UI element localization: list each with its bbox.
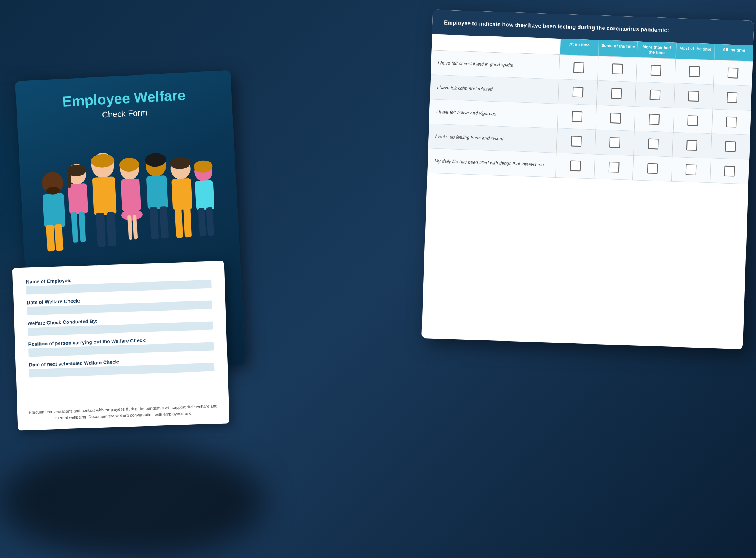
svg-rect-26 — [160, 206, 169, 239]
checkbox-2-4[interactable] — [726, 117, 737, 128]
answer-cell-2-4 — [712, 110, 751, 135]
checkbox-1-3[interactable] — [688, 91, 699, 102]
checkbox-3-3[interactable] — [686, 140, 697, 151]
answer-cell-2-0 — [558, 104, 597, 130]
svg-rect-25 — [150, 207, 159, 239]
checkbox-3-1[interactable] — [609, 137, 620, 148]
answer-cell-3-2 — [634, 131, 673, 157]
svg-rect-35 — [198, 207, 206, 236]
answer-cell-1-2 — [635, 82, 675, 108]
questionnaire-card: Employee to indicate how they have been … — [421, 9, 754, 349]
answer-cell-3-3 — [672, 133, 712, 158]
checkbox-3-4[interactable] — [725, 141, 736, 152]
answer-cell-0-4 — [714, 60, 753, 86]
svg-rect-3 — [46, 224, 55, 251]
form-fields: Name of Employee:Date of Welfare Check:W… — [26, 273, 215, 378]
answer-cell-3-0 — [556, 128, 596, 154]
question-text-4: My daily life has been filled with thing… — [427, 149, 556, 178]
question-text-3: I woke up feeling fresh and rested — [428, 124, 558, 153]
col-header: At no time — [560, 39, 599, 56]
checkbox-4-3[interactable] — [686, 164, 697, 175]
svg-rect-14 — [96, 212, 106, 247]
answer-cell-1-3 — [674, 83, 713, 109]
col-header: Some of the time — [599, 40, 638, 57]
question-rows: I have felt cheerful and in good spirits… — [427, 51, 753, 184]
checkbox-0-0[interactable] — [573, 62, 584, 73]
col-header: Most of the time — [676, 43, 715, 60]
checkbox-4-4[interactable] — [724, 166, 735, 177]
svg-rect-33 — [195, 180, 214, 210]
question-text-2: I have felt active and vigorous — [429, 100, 558, 128]
answer-cell-0-2 — [636, 58, 675, 83]
svg-rect-28 — [171, 178, 192, 210]
checkbox-3-0[interactable] — [571, 136, 582, 147]
checkbox-0-4[interactable] — [728, 68, 739, 79]
checkbox-0-2[interactable] — [651, 65, 662, 76]
answer-cell-1-0 — [558, 80, 598, 105]
svg-rect-8 — [67, 173, 71, 188]
answer-cell-4-1 — [594, 155, 634, 180]
questionnaire-body: At no timeSome of the timeMore than half… — [427, 34, 753, 184]
answer-cell-3-1 — [595, 130, 635, 156]
checkbox-4-0[interactable] — [570, 161, 581, 172]
svg-rect-15 — [106, 212, 116, 246]
answer-cell-0-1 — [598, 56, 637, 82]
question-text-1: I have felt calm and relaxed — [430, 75, 559, 104]
svg-rect-1 — [43, 193, 66, 228]
answer-cell-1-1 — [597, 81, 636, 107]
checkbox-1-2[interactable] — [649, 90, 660, 100]
answer-cell-4-0 — [556, 153, 595, 179]
checkbox-2-0[interactable] — [572, 111, 582, 122]
svg-rect-10 — [79, 212, 86, 242]
checkbox-2-1[interactable] — [610, 113, 621, 124]
checkbox-0-1[interactable] — [612, 63, 623, 74]
svg-rect-4 — [54, 224, 64, 251]
form-field-position: Position of person carrying out the Welf… — [28, 335, 214, 357]
form-field-next-date: Date of next scheduled Welfare Check: — [29, 356, 214, 377]
col-header: More than half the time — [637, 41, 677, 59]
svg-rect-36 — [206, 207, 214, 236]
people-illustration — [18, 121, 240, 264]
svg-rect-9 — [71, 212, 78, 243]
svg-rect-30 — [175, 207, 183, 238]
answer-cell-2-2 — [635, 107, 674, 133]
form-field-conducted-by: Welfare Check Conducted By: — [28, 314, 213, 336]
checkbox-2-2[interactable] — [649, 114, 660, 125]
checkbox-1-1[interactable] — [611, 88, 622, 99]
answer-cell-1-4 — [713, 85, 752, 110]
checkbox-2-3[interactable] — [687, 115, 698, 126]
checkbox-3-2[interactable] — [648, 139, 659, 150]
form-field-date-welfare: Date of Welfare Check: — [27, 294, 212, 315]
form-card: Name of Employee:Date of Welfare Check:W… — [12, 261, 230, 430]
col-header: All the time — [714, 44, 753, 62]
checkbox-0-3[interactable] — [689, 66, 700, 77]
form-footer-text: Frequent conversations and contact with … — [17, 402, 229, 423]
question-text-0: I have felt cheerful and in good spirits — [431, 51, 560, 79]
checkbox-1-4[interactable] — [727, 92, 738, 103]
svg-rect-12 — [92, 176, 117, 215]
answer-cell-4-4 — [710, 159, 749, 184]
checkbox-1-0[interactable] — [572, 87, 583, 98]
checkbox-4-1[interactable] — [608, 162, 619, 173]
answer-cell-4-2 — [633, 156, 672, 182]
answer-cell-0-0 — [559, 55, 598, 81]
shadow-blob — [0, 445, 265, 558]
answer-cell-0-3 — [675, 59, 714, 85]
svg-rect-6 — [68, 183, 88, 215]
svg-rect-17 — [121, 178, 141, 212]
people-svg — [26, 128, 232, 263]
answer-cell-2-1 — [596, 105, 635, 131]
form-field-name-employee: Name of Employee: — [26, 273, 212, 295]
answer-cell-4-3 — [672, 157, 711, 183]
svg-rect-23 — [146, 175, 169, 210]
answer-cell-2-3 — [673, 108, 713, 134]
answer-cell-3-4 — [711, 134, 750, 159]
svg-rect-31 — [183, 207, 192, 237]
checkbox-4-2[interactable] — [647, 163, 658, 174]
